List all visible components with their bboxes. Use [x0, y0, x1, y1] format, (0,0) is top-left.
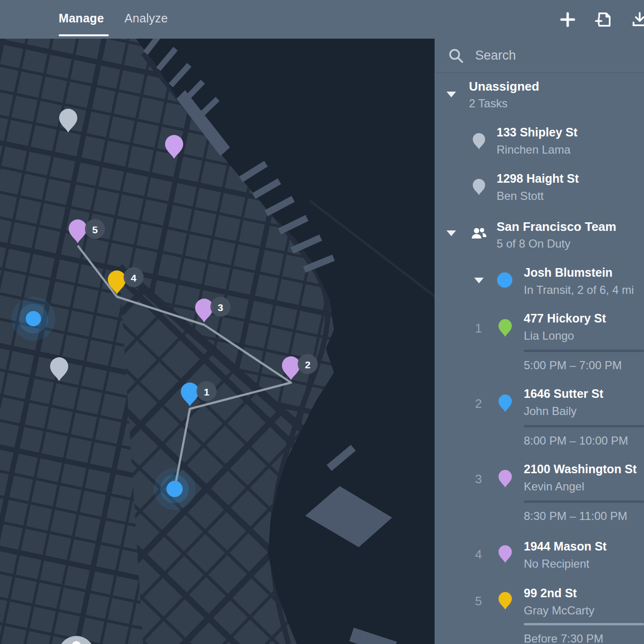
stop-address: 477 Hickory St — [524, 312, 606, 325]
stop-address: 1944 Mason St — [524, 540, 607, 553]
import-icon[interactable] — [594, 10, 613, 29]
search-input[interactable] — [475, 48, 633, 63]
task-pin-icon — [473, 179, 485, 195]
stop-time-window: 8:00 PM – 10:00 PM — [524, 434, 628, 447]
stop-recipient: Lia Longo — [524, 329, 574, 343]
download-icon[interactable] — [631, 10, 644, 29]
group-title-team[interactable]: San Francisco Team — [497, 219, 616, 234]
stop-pin-icon — [499, 395, 512, 412]
map-badge-5[interactable]: 5 — [85, 219, 105, 239]
map-badge-2[interactable]: 2 — [298, 354, 318, 374]
top-navigation-bar: Manage Analyze — [0, 0, 644, 39]
svg-text:1: 1 — [204, 386, 209, 397]
stop-time-window: 5:00 PM – 7:00 PM — [524, 359, 622, 372]
app-window: Manage Analyze — [0, 0, 644, 644]
driver-dot-route[interactable] — [154, 468, 196, 510]
tab-analyze[interactable]: Analyze — [125, 11, 168, 25]
task-pin-icon — [473, 133, 485, 149]
team-icon — [471, 227, 487, 241]
time-window-bar — [524, 623, 644, 625]
group-subtitle-team: 5 of 8 On Duty — [497, 237, 571, 250]
time-window-bar — [524, 350, 644, 352]
map-canvas[interactable]: 1 2 3 4 5 — [0, 39, 435, 644]
stop-number: 2 — [469, 396, 488, 411]
driver-dot-left[interactable] — [11, 297, 55, 341]
time-window-bar — [524, 500, 644, 503]
stop-number: 1 — [469, 321, 488, 336]
collapse-arrow-driver[interactable] — [474, 278, 484, 283]
stop-number: 5 — [469, 594, 488, 609]
stop-number: 3 — [469, 472, 488, 487]
stop-time-window: Before 7:30 PM — [524, 632, 603, 644]
active-tab-indicator — [59, 34, 109, 36]
driver-status-dot — [497, 272, 512, 288]
task-recipient: Rinchen Lama — [497, 143, 571, 156]
stop-recipient: No Recipient — [524, 557, 589, 571]
group-subtitle-unassigned: 2 Tasks — [469, 97, 508, 110]
map-badge-4[interactable]: 4 — [124, 267, 144, 287]
tab-manage[interactable]: Manage — [59, 11, 104, 25]
task-sidebar: Unassigned 2 Tasks 133 Shipley St Rinche… — [435, 39, 644, 644]
collapse-arrow-unassigned[interactable] — [447, 92, 456, 97]
stop-recipient: John Baily — [524, 405, 577, 418]
divider — [435, 73, 644, 73]
search-bar[interactable] — [435, 39, 644, 73]
task-address: 1298 Haight St — [497, 172, 579, 186]
collapse-arrow-team[interactable] — [447, 230, 456, 236]
stop-address: 1646 Sutter St — [524, 387, 603, 401]
driver-status: In Transit, 2 of 6, 4 mi — [524, 283, 634, 297]
stop-pin-icon — [499, 470, 512, 488]
add-icon[interactable] — [559, 10, 577, 29]
svg-text:2: 2 — [305, 359, 311, 370]
task-address: 133 Shipley St — [497, 125, 578, 139]
stop-pin-icon — [499, 319, 512, 337]
stop-recipient: Kevin Angel — [524, 480, 584, 493]
svg-text:5: 5 — [92, 224, 98, 235]
search-icon — [447, 47, 465, 64]
stop-address: 2100 Washington St — [524, 462, 637, 476]
svg-text:4: 4 — [131, 272, 136, 283]
stop-pin-icon — [499, 592, 512, 610]
map-badge-1[interactable]: 1 — [197, 381, 217, 401]
stop-pin-icon — [499, 545, 512, 563]
driver-name: Josh Blumstein — [524, 266, 613, 280]
stop-recipient: Gray McCarty — [524, 604, 594, 617]
stop-number: 4 — [469, 547, 488, 562]
group-title-unassigned[interactable]: Unassigned — [469, 79, 539, 94]
time-window-bar — [524, 425, 644, 427]
stop-time-window: 8:30 PM – 11:00 PM — [524, 509, 627, 523]
task-recipient: Ben Stott — [497, 189, 544, 203]
map-badge-3[interactable]: 3 — [210, 297, 230, 317]
stop-address: 99 2nd St — [524, 586, 577, 600]
svg-text:3: 3 — [218, 302, 223, 313]
